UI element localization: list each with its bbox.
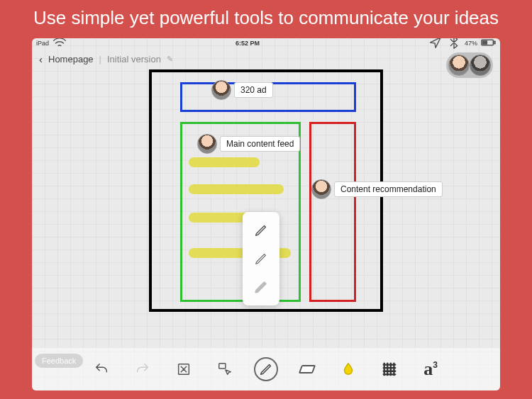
ios-status-bar: iPad 6:52 PM 47%: [32, 38, 500, 48]
color-button[interactable]: [336, 357, 360, 381]
status-time: 6:52 PM: [235, 40, 260, 47]
svg-rect-2: [482, 40, 487, 45]
breadcrumb-home[interactable]: Homepage: [48, 54, 94, 64]
redo-button[interactable]: [131, 357, 155, 381]
pen-option-pencil[interactable]: [243, 216, 279, 245]
avatar: [211, 80, 231, 100]
breadcrumb-sep: |: [99, 54, 101, 64]
drawing-canvas[interactable]: 320 ad Main content feed Content recomme…: [32, 69, 500, 348]
wifi-icon: [52, 38, 67, 52]
eraser-icon: [299, 365, 316, 373]
svg-rect-4: [219, 364, 226, 369]
pen-option-marker[interactable]: [243, 273, 279, 301]
highlight-stroke: [189, 157, 260, 167]
callout-main[interactable]: Main content feed: [197, 134, 300, 154]
wireframe-sidebar: [309, 122, 356, 302]
back-chevron-icon[interactable]: ‹: [39, 53, 43, 65]
rename-icon[interactable]: ✎: [167, 55, 173, 64]
marketing-banner: Use simple yet powerful tools to communi…: [0, 0, 532, 35]
location-icon: [428, 38, 443, 52]
bluetooth-icon: [446, 38, 462, 52]
callout-rec[interactable]: Content recommendation: [311, 179, 443, 199]
text-tool-icon: a3: [423, 359, 438, 380]
pen-type-popup: [243, 212, 279, 305]
grid-button[interactable]: [377, 357, 401, 381]
text-tool-button[interactable]: a3: [419, 357, 443, 381]
highlight-stroke: [189, 184, 284, 194]
battery-icon: [480, 38, 496, 52]
callout-label: Main content feed: [220, 136, 300, 152]
draw-pencil-button[interactable]: [254, 357, 278, 381]
bottom-toolbar: a3: [32, 348, 500, 390]
undo-button[interactable]: [89, 357, 113, 381]
svg-rect-1: [494, 41, 495, 44]
breadcrumb-version[interactable]: Initial version: [107, 54, 161, 64]
eraser-button[interactable]: [295, 357, 319, 381]
callout-label: Content recommendation: [334, 181, 443, 197]
status-carrier: iPad: [36, 40, 49, 47]
avatar: [311, 179, 331, 199]
ipad-screenshot: iPad 6:52 PM 47% ‹ Homepage | Initial ve…: [32, 38, 500, 390]
status-battery: 47%: [465, 40, 477, 47]
callout-label: 320 ad: [234, 82, 273, 98]
clear-button[interactable]: [172, 357, 196, 381]
pen-option-pen[interactable]: [243, 245, 279, 273]
callout-ad[interactable]: 320 ad: [211, 80, 273, 100]
select-hand-button[interactable]: [213, 357, 237, 381]
avatar: [197, 134, 217, 154]
